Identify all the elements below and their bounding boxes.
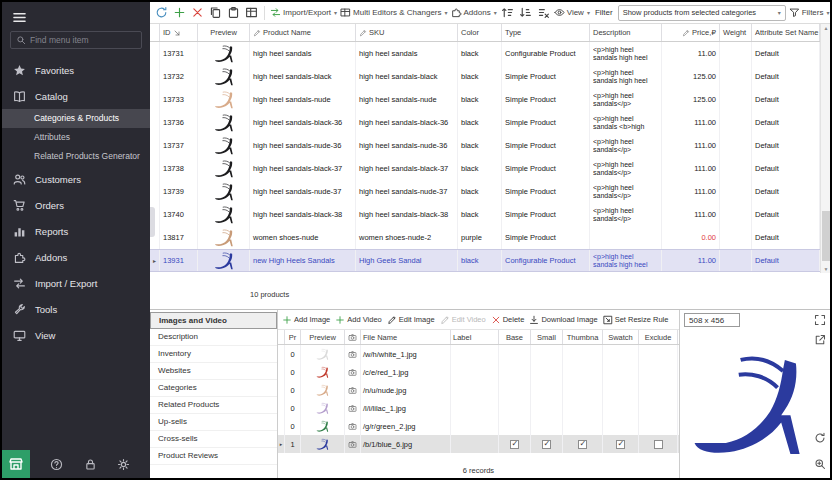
tab-related-products[interactable]: Related Products [150, 397, 277, 414]
sidebar-item-customers[interactable]: Customers [2, 166, 150, 192]
scroll-down-arrow-icon[interactable]: ▼ [821, 266, 830, 272]
sidebar-item-view[interactable]: View [2, 322, 150, 348]
tab-up-sells[interactable]: Up-sells [150, 414, 277, 431]
addons-menu[interactable]: Addons ▾ [451, 7, 497, 18]
menu-search-input[interactable] [30, 35, 136, 45]
sidebar-item-tools[interactable]: Tools [2, 296, 150, 322]
column-header-position[interactable]: Pr [285, 330, 301, 344]
delete-image-button[interactable]: Delete [491, 315, 525, 325]
column-header-camera[interactable] [345, 330, 361, 344]
add-product-button[interactable] [172, 5, 187, 20]
column-header-id[interactable]: ID [160, 24, 198, 41]
add-video-button[interactable]: Add Video [335, 315, 381, 325]
edit-video-button[interactable]: Edit Video [440, 315, 486, 325]
column-header-base[interactable]: Base [499, 330, 531, 344]
column-header-preview[interactable]: Preview [301, 330, 345, 344]
paste-button[interactable] [226, 5, 241, 20]
open-external-icon[interactable] [814, 334, 826, 346]
panel-collapse-handle[interactable] [150, 207, 155, 237]
table-row[interactable]: 13739 high heel sandals-nude-37high heel… [150, 180, 820, 203]
hamburger-menu-icon[interactable] [12, 10, 27, 25]
view-menu[interactable]: View ▾ [554, 7, 590, 18]
sidebar-item-orders[interactable]: Orders [2, 192, 150, 218]
sidebar-subitem-attributes[interactable]: Attributes [2, 128, 150, 147]
fullscreen-icon[interactable] [814, 314, 826, 326]
tab-inventory[interactable]: Inventory [150, 346, 277, 363]
image-row[interactable]: 0 /g/r/green_2.jpg [278, 417, 679, 435]
store-manager-app-icon[interactable] [2, 450, 30, 478]
table-row[interactable]: 13738 high heel sandals-black-37high hee… [150, 157, 820, 180]
help-icon[interactable] [50, 458, 63, 471]
multi-editors-menu[interactable]: Multi Editors & Changers ▾ [340, 7, 448, 18]
image-row[interactable]: 0 /w/h/white_1.jpg [278, 345, 679, 363]
sidebar-search[interactable] [10, 31, 142, 49]
delete-product-button[interactable] [190, 5, 205, 20]
set-resize-rule-button[interactable]: Set Resize Rule [603, 315, 669, 325]
table-row[interactable]: 13740 high heel sandals-black-38high hee… [150, 203, 820, 226]
column-header-small[interactable]: Small [531, 330, 563, 344]
column-header-sku[interactable]: SKU [356, 24, 458, 41]
swatch-checkbox[interactable] [616, 440, 625, 449]
sidebar-item-favorites[interactable]: Favorites [2, 57, 150, 83]
category-filter-select[interactable]: Show products from selected categories ▾ [618, 5, 786, 21]
table-row[interactable]: 13732 high heel sandals-blackhigh heel s… [150, 65, 820, 88]
sidebar-subitem-related-products-generator[interactable]: Related Products Generator [2, 147, 150, 166]
scrollbar-thumb[interactable] [822, 211, 830, 261]
sidebar-item-reports[interactable]: Reports [2, 218, 150, 244]
edit-image-button[interactable]: Edit Image [387, 315, 435, 325]
column-header-type[interactable]: Type [502, 24, 590, 41]
tab-websites[interactable]: Websites [150, 363, 277, 380]
table-row[interactable]: 13737 high heel sandals-nude-36high heel… [150, 134, 820, 157]
base-checkbox[interactable] [510, 440, 519, 449]
table-row[interactable]: 13731 high heel sandalshigh heel sandals… [150, 42, 820, 65]
tab-categories[interactable]: Categories [150, 380, 277, 397]
sort-descending-button[interactable] [518, 5, 533, 20]
settings-gear-icon[interactable] [117, 458, 130, 471]
add-image-button[interactable]: Add Image [282, 315, 330, 325]
column-header-file-name[interactable]: File Name [361, 330, 451, 344]
tab-product-reviews[interactable]: Product Reviews [150, 448, 277, 465]
column-header-swatch[interactable]: Swatch [603, 330, 639, 344]
clear-sort-button[interactable] [536, 5, 551, 20]
copy-button[interactable] [208, 5, 223, 20]
scroll-up-arrow-icon[interactable]: ▲ [821, 25, 830, 31]
image-row[interactable]: ▸1 /b/1/blue_6.jpg [278, 435, 679, 453]
sidebar-item-catalog[interactable]: Catalog [2, 83, 150, 109]
table-row[interactable]: 13733 high heel sandals-nudehigh heel sa… [150, 88, 820, 111]
refresh-image-icon[interactable] [814, 432, 826, 444]
column-header-preview[interactable]: Preview [198, 24, 250, 41]
columns-button[interactable] [244, 5, 259, 20]
column-header-color[interactable]: Color [458, 24, 502, 41]
image-row[interactable]: 0 /l/i/lilac_1.jpg [278, 399, 679, 417]
small-checkbox[interactable] [542, 440, 551, 449]
column-header-label[interactable]: Label [451, 330, 499, 344]
sidebar-subitem-categories-products[interactable]: Categories & Products [2, 109, 150, 128]
tab-images-and-video[interactable]: Images and Video [150, 312, 277, 329]
sidebar-item-import-export[interactable]: Import / Export [2, 270, 150, 296]
refresh-button[interactable] [154, 5, 169, 20]
table-row[interactable]: 13817 women shoes-nudewomen shoes-nude-2… [150, 226, 820, 249]
image-row[interactable]: 0 /c/e/red_1.jpg [278, 363, 679, 381]
thumbnail-checkbox[interactable] [578, 440, 587, 449]
filters-menu[interactable]: Filters ▾ [789, 7, 830, 18]
sidebar-item-addons[interactable]: Addons [2, 244, 150, 270]
grid-scrollbar[interactable]: ▲ ▼ [820, 24, 830, 273]
zoom-icon[interactable] [814, 458, 826, 470]
table-row[interactable]: ▸13931 new High Heels SandalsHigh Geels … [150, 249, 820, 272]
column-header-weight[interactable]: Weight [720, 24, 752, 41]
column-header-product-name[interactable]: Product Name [250, 24, 356, 41]
tab-description[interactable]: Description [150, 329, 277, 346]
exclude-checkbox[interactable] [654, 440, 663, 449]
tab-cross-sells[interactable]: Cross-sells [150, 431, 277, 448]
column-header-price[interactable]: Price,₽ [662, 24, 720, 41]
sort-ascending-button[interactable] [500, 5, 515, 20]
table-row[interactable]: 13736 high heel sandals-black-36high hee… [150, 111, 820, 134]
column-header-thumbnail[interactable]: Thumbna [563, 330, 603, 344]
column-header-attribute-set[interactable]: Attribute Set Name [752, 24, 820, 41]
column-header-exclude[interactable]: Exclude [639, 330, 678, 344]
download-image-button[interactable]: Download Image [529, 315, 597, 325]
import-export-menu[interactable]: Import/Export ▾ [270, 7, 337, 18]
column-header-description[interactable]: Description [590, 24, 662, 41]
lock-icon[interactable] [84, 458, 97, 471]
image-row[interactable]: 0 /n/u/nude.jpg [278, 381, 679, 399]
